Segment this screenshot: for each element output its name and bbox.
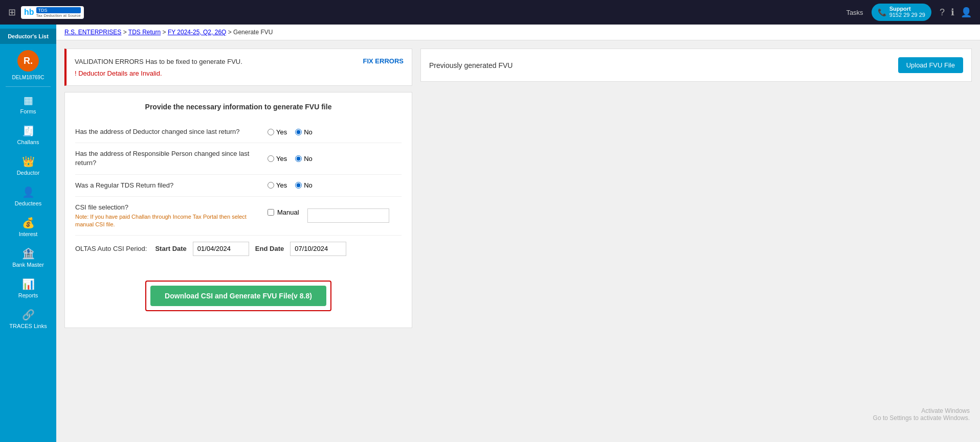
traces-links-icon: 🔗 [22,309,35,321]
regular-tds-row: Was a Regular TDS Return filed? Yes No [75,175,402,197]
interest-label: Interest [19,231,38,237]
deductor-address-yes[interactable]: Yes [268,128,287,136]
user-icon[interactable]: 👤 [961,7,972,18]
main-layout: Deductor's List R. DELM18769C ▦ Forms 🧾 … [0,25,980,442]
responsible-person-no[interactable]: No [295,155,313,162]
deductor-address-row: Has the address of Deductor changed sinc… [75,121,402,143]
bank-master-icon: 🏦 [22,247,35,260]
responsible-person-label: Has the address of Responsible Person ch… [75,149,259,168]
support-phone: 9152 29 29 29 [889,12,925,18]
breadcrumb: R.S. ENTERPRISES > TDS Return > FY 2024-… [56,25,980,40]
sidebar-item-forms[interactable]: ▦ Forms [0,90,56,119]
header-left: ⊞ hb TDS Tax Deduction at Source [8,6,84,19]
csi-manual-option[interactable]: Manual [268,208,299,216]
logo-hb: hb [24,8,34,17]
reports-label: Reports [18,292,38,298]
validation-error-message: ! Deductor Details are Invalid. [75,69,242,77]
sidebar-item-challans[interactable]: 🧾 Challans [0,121,56,149]
support-label: Support [889,6,925,12]
breadcrumb-tds-return[interactable]: TDS Return [128,29,161,36]
previously-generated-box: Previously generated FVU Upload FVU File [420,49,972,82]
generate-btn-container: Download CSI and Generate FVU File(v 8.8… [145,281,331,311]
sidebar-item-deductees[interactable]: 👤 Deductees [0,182,56,211]
fvu-form: Provide the necessary information to gen… [64,92,412,328]
challans-label: Challans [17,139,39,145]
responsible-person-radio-group: Yes No [268,155,313,162]
grid-icon[interactable]: ⊞ [8,7,16,18]
csi-manual-checkbox[interactable] [268,209,274,216]
breadcrumb-rs-enterprises[interactable]: R.S. ENTERPRISES [64,29,121,36]
logo-tds: TDS [36,7,81,13]
csi-selection-row: CSI file selection? Note: If you have pa… [75,197,402,236]
content-area: R.S. ENTERPRISES > TDS Return > FY 2024-… [56,25,980,442]
regular-tds-no[interactable]: No [295,181,313,189]
deductor-label: Deductor [17,170,40,176]
deductor-address-radio-group: Yes No [268,128,313,136]
header-right: Tasks 📞 Support 9152 29 29 29 ? ℹ 👤 [846,4,972,20]
sidebar-item-deductor[interactable]: 👑 Deductor [0,151,56,180]
start-date-label: Start Date [155,245,186,252]
support-box[interactable]: 📞 Support 9152 29 29 29 [872,4,931,20]
activate-windows-watermark: Activate Windows Go to Settings to activ… [873,407,970,422]
deductor-id: DELM18769C [12,75,44,83]
end-date-input[interactable] [290,242,346,256]
generate-btn-wrapper: Download CSI and Generate FVU File(v 8.8… [75,274,402,317]
breadcrumb-current: Generate FVU [233,29,273,36]
challans-icon: 🧾 [22,125,35,137]
info-icon[interactable]: ℹ [951,7,954,18]
main-content: VALIDATION ERRORS Has to be fixed to gen… [56,40,980,442]
deductor-icon: 👑 [22,155,35,168]
csi-label: CSI file selection? Note: If you have pa… [75,203,259,229]
fix-errors-link[interactable]: FIX ERRORS [363,57,404,65]
validation-header: VALIDATION ERRORS Has to be fixed to gen… [75,57,404,77]
regular-tds-radio-group: Yes No [268,181,313,189]
generate-fvu-button[interactable]: Download CSI and Generate FVU File(v 8.8… [150,286,326,306]
validation-box: VALIDATION ERRORS Has to be fixed to gen… [64,49,412,86]
forms-label: Forms [20,108,36,114]
validation-title: VALIDATION ERRORS Has to be fixed to gen… [75,57,242,65]
oltas-label: OLTAS Auto CSI Period: [75,245,147,252]
left-panel: VALIDATION ERRORS Has to be fixed to gen… [64,49,412,434]
interest-icon: 💰 [22,217,35,229]
deductor-list-header[interactable]: Deductor's List [0,29,56,44]
logo-box: hb TDS Tax Deduction at Source [21,6,84,19]
sidebar-item-reports[interactable]: 📊 Reports [0,274,56,303]
forms-icon: ▦ [24,94,33,106]
sidebar-item-interest[interactable]: 💰 Interest [0,213,56,241]
csi-checkbox-group: Manual [268,208,389,223]
sidebar-divider [6,86,51,87]
responsible-person-row: Has the address of Responsible Person ch… [75,143,402,174]
help-icon[interactable]: ? [940,7,945,18]
oltas-row: OLTAS Auto CSI Period: Start Date End Da… [75,236,402,262]
previously-generated-title: Previously generated FVU [429,61,513,69]
tasks-label: Tasks [846,9,863,16]
traces-links-label: TRACES Links [9,323,47,329]
top-header: ⊞ hb TDS Tax Deduction at Source Tasks 📞… [0,0,980,25]
sidebar-item-traces-links[interactable]: 🔗 TRACES Links [0,305,56,333]
header-icons: ? ℹ 👤 [940,7,972,18]
csi-manual-input[interactable] [307,208,389,223]
breadcrumb-fy[interactable]: FY 2024-25, Q2, 26Q [168,29,227,36]
fvu-form-title: Provide the necessary information to gen… [75,103,402,111]
upload-fvu-button[interactable]: Upload FVU File [898,57,963,73]
reports-icon: 📊 [22,278,35,290]
right-panel: Previously generated FVU Upload FVU File [420,49,972,434]
logo-tagline: Tax Deduction at Source [36,13,81,18]
deductees-icon: 👤 [22,186,35,198]
sidebar: Deductor's List R. DELM18769C ▦ Forms 🧾 … [0,25,56,442]
regular-tds-yes[interactable]: Yes [268,181,287,189]
phone-icon: 📞 [878,8,886,16]
responsible-person-yes[interactable]: Yes [268,155,287,162]
deductees-label: Deductees [15,200,42,206]
start-date-input[interactable] [193,242,249,256]
sidebar-item-bank-master[interactable]: 🏦 Bank Master [0,243,56,272]
deductor-address-label: Has the address of Deductor changed sinc… [75,127,259,136]
bank-master-label: Bank Master [12,262,44,268]
end-date-label: End Date [255,245,284,252]
deductor-avatar: R. [17,50,39,72]
deductor-address-no[interactable]: No [295,128,313,136]
regular-tds-label: Was a Regular TDS Return filed? [75,181,259,190]
